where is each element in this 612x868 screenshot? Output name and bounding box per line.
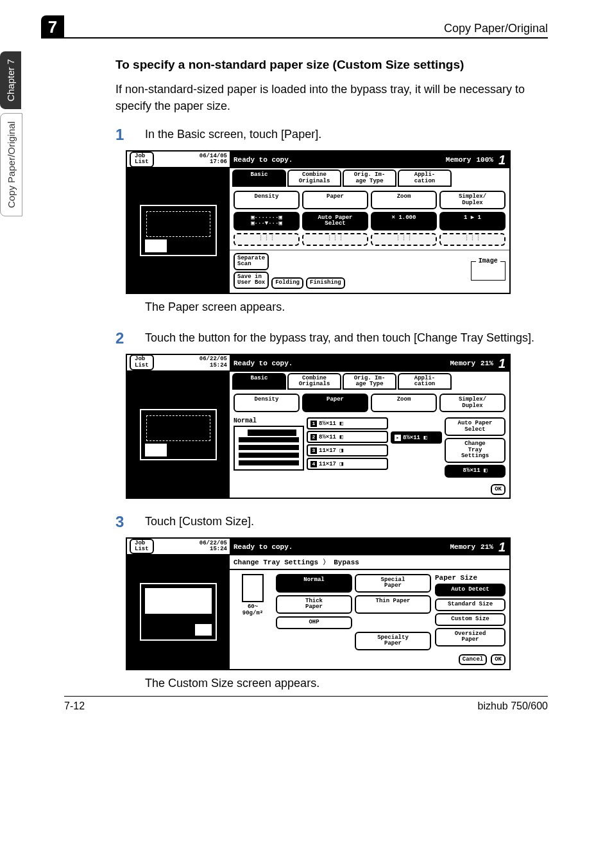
step-after: The Custom Size screen appears. <box>145 677 548 690</box>
finishing-button[interactable]: Finishing <box>306 277 345 288</box>
type-thick-button[interactable]: Thick Paper <box>276 595 352 614</box>
size-oversized-button[interactable]: Oversized Paper <box>435 628 506 647</box>
type-special-button[interactable]: Special Paper <box>355 574 431 593</box>
screen-basic: Job List 06/14/05 17:06 Ready to copy. M… <box>126 150 511 293</box>
status-message: Ready to copy. <box>234 156 446 164</box>
save-userbox-button[interactable]: Save in User Box <box>234 272 269 289</box>
memory-value: 21% <box>480 543 493 551</box>
memory-label: Memory <box>450 360 475 367</box>
tray-size-label: 8½×11 ◧ <box>319 420 343 427</box>
size-custom-button[interactable]: Custom Size <box>435 613 506 626</box>
paper-weight-label: 60~ 90g/m² <box>242 603 263 616</box>
scanner-icon <box>140 205 217 256</box>
paper-button-selected[interactable]: Paper <box>302 394 368 412</box>
paper-button[interactable]: Paper <box>302 191 368 209</box>
step-number: 1 <box>115 126 145 144</box>
disabled-slot: ⋮⋮⋮ <box>439 233 506 246</box>
tab-basic[interactable]: Basic <box>232 169 286 187</box>
tray-3-button[interactable]: 311×17 ◨ <box>307 444 388 456</box>
ok-button[interactable]: OK <box>491 484 506 495</box>
size-standard-button[interactable]: Standard Size <box>435 598 506 611</box>
tab-orig-image[interactable]: Orig. Im- age Type <box>343 169 396 187</box>
type-ohp-button[interactable]: OHP <box>276 616 352 629</box>
intro-text: If non-standard-sized paper is loaded in… <box>115 81 548 114</box>
tab-basic[interactable]: Basic <box>232 373 286 390</box>
memory-label: Memory <box>450 543 475 551</box>
ok-button[interactable]: OK <box>491 654 506 665</box>
tray-1-button[interactable]: 18½×11 ◧ <box>307 417 388 430</box>
screen-paper: Job List 06/22/05 15:24 Ready to copy. M… <box>126 354 511 499</box>
type-thin-button[interactable]: Thin Paper <box>355 595 431 614</box>
tray-size-label: 8½×11 ◧ <box>319 433 343 440</box>
change-tray-settings-button[interactable]: Change Tray Settings <box>445 438 506 462</box>
paper-icon <box>242 574 264 602</box>
separate-scan-button[interactable]: Separate Scan <box>234 253 269 270</box>
disabled-slot: ⋮⋮⋮ <box>371 233 437 246</box>
paper-type-label: Normal <box>234 417 304 424</box>
chapter-badge: 7 <box>41 15 64 39</box>
zoom-button[interactable]: Zoom <box>371 394 437 412</box>
status-message: Ready to copy. <box>234 360 450 367</box>
datetime: 06/22/05 15:24 <box>157 356 227 369</box>
density-button[interactable]: Density <box>234 394 300 412</box>
breadcrumb: Change Tray Settings 〉 Bypass <box>230 555 509 570</box>
model-name: bizhub 750/600 <box>478 700 548 712</box>
header-crumb: Copy Paper/Original <box>444 22 548 35</box>
density-indicator: ▣·······▣▣···▼···▣ <box>234 212 300 230</box>
memory-value: 21% <box>480 360 493 367</box>
job-list-button[interactable]: Job List <box>130 539 154 555</box>
page-number: 7-12 <box>64 700 85 712</box>
job-list-button[interactable]: Job List <box>130 354 154 370</box>
tray-2-button[interactable]: 28½×11 ◧ <box>307 431 388 443</box>
folding-button[interactable]: Folding <box>271 277 303 288</box>
type-specialty-button[interactable]: Specialty Paper <box>355 632 431 650</box>
auto-paper-select-button[interactable]: Auto Paper Select <box>445 417 506 436</box>
size-auto-detect-button[interactable]: Auto Detect <box>435 584 506 596</box>
memory-label: Memory <box>446 156 472 164</box>
step-text: In the Basic screen, touch [Paper]. <box>145 126 321 143</box>
datetime: 06/14/05 17:06 <box>157 153 227 166</box>
simplex-duplex-button[interactable]: Simplex/ Duplex <box>439 394 506 412</box>
step-after: The Paper screen appears. <box>145 300 548 314</box>
tray-size-label: 8½×11 ◧ <box>403 434 427 441</box>
image-preview-box <box>471 261 506 281</box>
step-text: Touch the button for the bypass tray, an… <box>145 329 534 346</box>
copy-count: 1 <box>498 153 506 166</box>
preview-area <box>127 168 230 292</box>
density-button[interactable]: Density <box>234 191 300 209</box>
disabled-slot: ⋮⋮⋮ <box>302 233 368 246</box>
memory-value: 100% <box>476 156 493 164</box>
disabled-slot: ⋮⋮⋮ <box>234 233 300 246</box>
screen-change-tray: Job List 06/22/05 15:24 Ready to copy. M… <box>126 537 511 670</box>
tray-size-label: 11×17 ◨ <box>319 447 343 454</box>
status-message: Ready to copy. <box>234 543 450 551</box>
tab-combine[interactable]: Combine Originals <box>287 169 341 187</box>
type-normal-button[interactable]: Normal <box>276 574 352 593</box>
header-rule <box>63 37 548 39</box>
preview-area <box>127 555 230 669</box>
copy-count: 1 <box>498 541 506 553</box>
tray-size-label: 11×17 ◨ <box>319 460 343 467</box>
step-number: 2 <box>115 329 145 347</box>
job-list-button[interactable]: Job List <box>130 152 154 168</box>
preview-area <box>127 372 230 498</box>
tab-combine[interactable]: Combine Originals <box>287 373 341 390</box>
section-title: To specify a non-standard paper size (Cu… <box>115 58 548 72</box>
tab-orig-image[interactable]: Orig. Im- age Type <box>343 373 396 390</box>
zoom-value: × 1.000 <box>371 212 437 230</box>
zoom-button[interactable]: Zoom <box>371 191 437 209</box>
step-text: Touch [Custom Size]. <box>145 513 254 530</box>
bypass-tray-button[interactable]: ▸8½×11 ◧ <box>391 431 442 444</box>
copy-count: 1 <box>498 357 506 370</box>
tab-application[interactable]: Appli- cation <box>398 373 452 390</box>
step-number: 3 <box>115 513 145 531</box>
tray-4-button[interactable]: 411×17 ◨ <box>307 458 388 470</box>
tab-application[interactable]: Appli- cation <box>398 169 452 187</box>
simplex-duplex-button[interactable]: Simplex/ Duplex <box>439 191 506 209</box>
simplex-value: 1 ▶ 1 <box>439 212 506 230</box>
cancel-button[interactable]: Cancel <box>459 654 487 665</box>
datetime: 06/22/05 15:24 <box>157 541 227 553</box>
paper-size-heading: Paper Size <box>435 574 506 582</box>
tray-diagram-icon <box>234 426 304 471</box>
paper-value: Auto Paper Select <box>302 212 368 230</box>
